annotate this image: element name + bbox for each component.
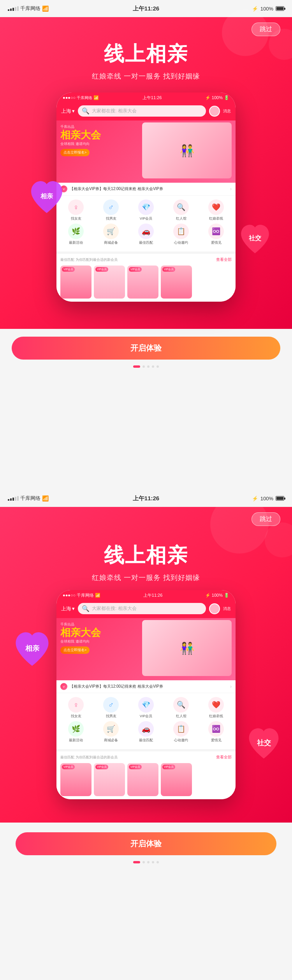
phone-header-2: 上海 ▾ 🔍 大家都在搜: 相亲大会 消息 [56, 601, 236, 618]
icon-vip-2[interactable]: 💎 VIP会员 [134, 697, 158, 719]
icon-love-2[interactable]: ♾️ 爱情见 [204, 721, 229, 743]
match-card-2-1[interactable]: VIP会员 [60, 763, 91, 796]
best-match-more-button[interactable]: 查看全部 [216, 257, 232, 262]
match-card-4[interactable]: VIP会员 [161, 266, 192, 299]
shop-label-2: 商城必备 [104, 738, 118, 743]
icon-matchmaker[interactable]: ❤️ 红娘牵线 [204, 199, 229, 221]
icon-activity-2[interactable]: 🌿 最新活动 [63, 721, 88, 743]
search-bar-2[interactable]: 🔍 大家都在搜: 相亲大会 [78, 603, 206, 614]
match-card-2[interactable]: VIP会员 [94, 266, 125, 299]
best-match-subtitle: 为你匹配到最合适的新会员 [76, 258, 118, 262]
user-avatar[interactable] [209, 106, 220, 117]
icon-activity[interactable]: 🌿 最新活动 [63, 224, 88, 245]
wifi-icon: 📶 [42, 5, 49, 12]
icon-find-boyfriend[interactable]: ♂ 找男友 [99, 199, 123, 221]
best-match-header-2: 最佳匹配 为你匹配到最合适的新会员 查看全部 [60, 755, 232, 760]
search-icon: 🔍 [82, 107, 90, 115]
match-card-2-2[interactable]: VIP会员 [94, 763, 125, 796]
vip-badge-2-1: VIP会员 [62, 765, 75, 769]
find-boyfriend-icon: ♂ [103, 199, 119, 215]
dot-4 [152, 365, 154, 368]
vip-badge-4: VIP会员 [162, 267, 175, 272]
icon-grid: ♀ 找女友 ♂ 找男友 💎 [56, 196, 236, 252]
user-avatar-2[interactable] [209, 603, 220, 614]
phone-mockup-1: ●●●○○ 千库网络 📶 上午11:26 ⚡ 100% 🔋 上海 ▾ 🔍 大家都… [56, 93, 236, 302]
icon-find-boyfriend-2[interactable]: ♂ 找男友 [99, 697, 123, 719]
match-card-2-4[interactable]: VIP会员 [161, 763, 192, 796]
match-card-3[interactable]: VIP会员 [127, 266, 158, 299]
phone-time-inner: 上午11:26 [142, 95, 162, 101]
status-time: 上午11:26 [133, 5, 159, 12]
heart-label-shejiao: 社交 [249, 234, 261, 243]
phone-signal: ●●●○○ 千库网络 📶 [63, 95, 99, 101]
icon-invite[interactable]: 📋 心动邀约 [169, 224, 193, 245]
couple-icon-2: 👫 [142, 620, 232, 676]
matchmaker-icon-2: ❤️ [208, 697, 224, 713]
heart-label-shejiao-2: 社交 [257, 738, 271, 748]
hero-section-2: 跳过 线上相亲 红娘牵线 一对一服务 找到好姻缘 相亲 社交 [0, 507, 292, 823]
vip-member-icon-2: 💎 [138, 697, 154, 713]
message-icon[interactable]: 消息 [223, 108, 231, 114]
chevron-right-icon-2: › [230, 684, 232, 689]
icon-love[interactable]: ♾️ 爱情见 [204, 224, 229, 245]
best-match-section-2: 最佳匹配 为你匹配到最合适的新会员 查看全部 VIP会员 VIP会员 [56, 749, 236, 799]
message-icon-2[interactable]: 消息 [223, 606, 231, 611]
start-button-1[interactable]: 开启体验 [12, 337, 280, 360]
find-boyfriend-label: 找男友 [106, 216, 116, 221]
message-label-2: 消息 [223, 606, 231, 611]
heart-label-xianqin-2: 相亲 [25, 644, 39, 653]
icon-best-match[interactable]: 🚗 最佳匹配 [134, 224, 158, 245]
banner-cta-2[interactable]: 点击立即报名> [60, 646, 90, 654]
match-card-2-3[interactable]: VIP会员 [127, 763, 158, 796]
redman-label: 红人馆 [176, 216, 186, 221]
icon-invite-2[interactable]: 📋 心动邀约 [169, 721, 193, 743]
icon-redman[interactable]: 🔍 红人馆 [169, 199, 193, 221]
icon-shop-2[interactable]: 🛒 商城必备 [99, 721, 123, 743]
location-selector[interactable]: 上海 ▾ [61, 108, 75, 115]
find-girlfriend-icon: ♀ [68, 199, 84, 215]
location-label-2: 上海 [61, 605, 71, 612]
match-card-1[interactable]: VIP会员 [60, 266, 91, 299]
vip-promo-bar[interactable]: V 【相亲大会VIP券】每天12:00记得来抢 相亲大会VIP券 › [56, 183, 236, 196]
heart-badge-shejiao-2: 社交 [245, 725, 282, 760]
phone-battery-inner: ⚡ 100% 🔋 [205, 95, 229, 100]
vip-badge-2-3: VIP会员 [129, 765, 142, 769]
best-match-more-button-2[interactable]: 查看全部 [216, 755, 232, 760]
icon-find-girlfriend[interactable]: ♀ 找女友 [63, 199, 88, 221]
icon-best-match-2[interactable]: 🚗 最佳匹配 [134, 721, 158, 743]
icon-vip[interactable]: 💎 VIP会员 [134, 199, 158, 221]
phone-signal-2: ●●●○○ 千库网络 📶 [63, 592, 100, 598]
icon-matchmaker-2[interactable]: ❤️ 红娘牵线 [204, 697, 229, 719]
vip-bar-2[interactable]: V 【相亲大会VIP券】每天12:00记得来抢 相亲大会VIP券 › [56, 680, 236, 693]
start-button-2[interactable]: 开启体验 [16, 832, 276, 855]
skip-button-2[interactable]: 跳过 [252, 512, 280, 526]
match-cards-row: VIP会员 VIP会员 VIP会员 VIP会员 [60, 266, 232, 299]
dot-2-5 [157, 861, 159, 863]
location-label: 上海 [61, 108, 71, 115]
best-match-icon: 🚗 [138, 224, 154, 239]
icon-shop[interactable]: 🛒 商城必备 [99, 224, 123, 245]
banner-cta-button[interactable]: 点击立即报名> [60, 149, 90, 156]
invite-icon-2: 📋 [173, 721, 189, 737]
skip-button-1[interactable]: 跳过 [252, 23, 280, 36]
status-left: 千库网络 📶 [8, 5, 49, 12]
icon-find-girlfriend-2[interactable]: ♀ 找女友 [63, 697, 88, 719]
screen-1: 千库网络 📶 上午11:26 ⚡ 100% 跳过 线上相亲 红娘牵线 一对一服务… [0, 0, 292, 490]
vip-badge-2-2: VIP会员 [95, 765, 108, 769]
location-selector-2[interactable]: 上海 ▾ [61, 605, 75, 612]
vip-label: VIP会员 [140, 216, 153, 221]
vip-bar-text: 【相亲大会VIP券】每天12:00记得来抢 相亲大会VIP券 [70, 186, 230, 192]
dot-2-2 [142, 861, 145, 863]
signal-icon-2 [8, 496, 19, 501]
dot-2 [142, 365, 145, 368]
main-banner-2[interactable]: 千库出品 相亲大会 全球相我 邀请均向 点击立即报名> 👫 [56, 618, 236, 680]
icon-redman-2[interactable]: 🔍 红人馆 [169, 697, 193, 719]
activity-icon: 🌿 [68, 224, 84, 239]
page-dots-2 [0, 861, 292, 875]
banner-title: 相亲大会 [60, 129, 101, 141]
find-boyfriend-icon-2: ♂ [103, 697, 119, 713]
search-bar[interactable]: 🔍 大家都在搜: 相亲大会 [78, 105, 206, 117]
vip-icon-2: V [60, 683, 67, 690]
main-banner[interactable]: 千库出品 相亲大会 全球相我 邀请均向 点击立即报名> 👫 [56, 121, 236, 183]
carrier-label-2: 千库网络 [20, 495, 40, 502]
